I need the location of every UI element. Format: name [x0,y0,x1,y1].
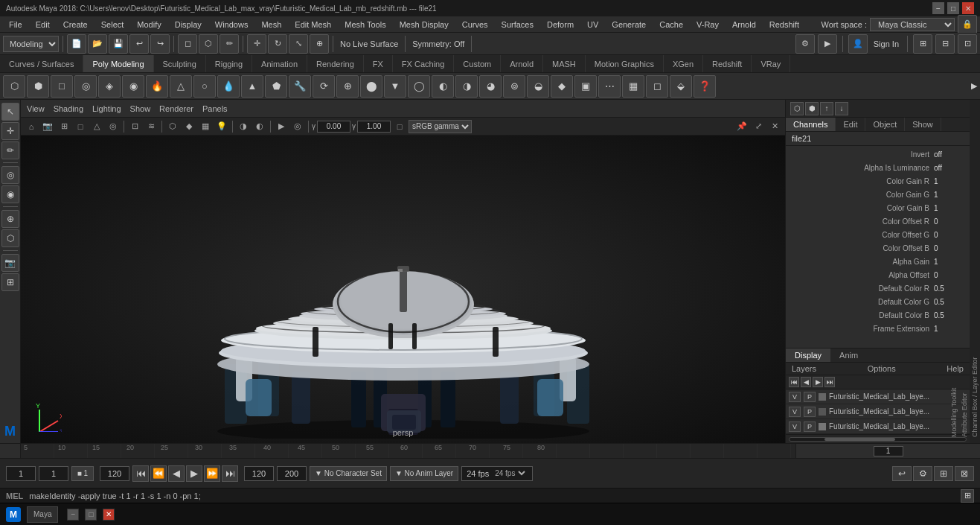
vpt-grid[interactable]: ⊞ [57,119,71,134]
frame-indicator-btn[interactable]: ■ 1 [71,466,94,481]
snap-btn[interactable]: ◎ [1,166,19,184]
tab-mash[interactable]: MASH [543,55,586,72]
menu-file[interactable]: File [3,19,28,31]
tab-fx-caching[interactable]: FX Caching [393,55,454,72]
timeline-ruler[interactable]: 5 10 15 20 25 30 35 40 45 50 55 60 65 70… [21,444,795,459]
shelf-icon-7[interactable]: 🔥 [146,75,168,98]
shelf-icon-14[interactable]: ⟳ [313,75,335,98]
range-end-input[interactable] [100,466,129,481]
close-button[interactable]: ✕ [962,2,974,14]
layout-button-2[interactable]: ⊟ [935,34,955,54]
tab-redshift[interactable]: Redshift [703,55,752,72]
no-char-set-btn[interactable]: ▼ No Character Set [310,466,387,481]
mode-dropdown[interactable]: Modeling [3,36,59,52]
menu-arnold[interactable]: Arnold [726,19,762,31]
vpt-resolution[interactable]: ⊡ [127,119,142,134]
vpt-home[interactable]: ⌂ [24,119,39,134]
layers-scrollbar[interactable] [789,437,967,442]
bb-icon-1[interactable]: ↩ [892,466,912,481]
lock-button[interactable]: 🔒 [958,15,977,34]
save-file-button[interactable]: 💾 [109,34,128,54]
move-tool[interactable]: ✛ [247,34,266,54]
current-frame-input[interactable] [874,446,903,456]
bb-icon-4[interactable]: ⊠ [955,466,974,481]
shelf-icon-5[interactable]: ◈ [98,75,121,98]
vpt-isolate[interactable]: ◎ [290,119,305,134]
layer-scroll-last[interactable]: ⏭ [824,377,835,387]
play-goto-start[interactable]: ⏮ [132,465,149,482]
shelf-icon-21[interactable]: ◕ [479,75,502,98]
vpt-wireframe[interactable]: ⬡ [165,119,180,134]
tab-poly-modeling[interactable]: Poly Modeling [83,55,153,72]
menu-generate[interactable]: Generate [606,19,652,31]
tab-sculpting[interactable]: Sculpting [154,55,206,72]
paint-select-btn[interactable]: ✏ [1,141,19,159]
wireframe-btn[interactable]: ⬡ [1,229,19,247]
menu-mesh[interactable]: Mesh [255,19,287,31]
layer-2-v-btn[interactable]: V [789,407,801,417]
menu-surfaces[interactable]: Surfaces [496,19,539,31]
shelf-icon-18[interactable]: ◯ [408,75,430,98]
select-mode-btn[interactable]: ↖ [1,103,19,121]
undo-button[interactable]: ↩ [129,34,149,54]
vpt-pin[interactable]: 📌 [734,119,749,134]
vpt-obj[interactable]: □ [73,119,88,134]
vpt-expand[interactable]: ⤢ [751,119,766,134]
vpt-poly[interactable]: △ [89,119,104,134]
redo-button[interactable]: ↪ [150,34,170,54]
shelf-icon-28[interactable]: ◻ [646,75,668,98]
color-space-dropdown[interactable]: sRGB gamma [409,120,472,133]
play-prev-key[interactable]: ⏪ [150,465,167,482]
status-icon-right[interactable]: ⊞ [961,489,974,503]
range-start-input[interactable] [6,466,36,481]
vpt-play[interactable]: ▶ [274,119,289,134]
layer-3-v-btn[interactable]: V [789,421,801,432]
menu-edit[interactable]: Edit [30,19,56,31]
shelf-scroll-right[interactable]: ▶ [971,81,977,91]
menu-deform[interactable]: Deform [541,19,580,31]
bb-icon-3[interactable]: ⊞ [934,466,953,481]
display-tab[interactable]: Display [786,349,830,362]
shelf-icon-22[interactable]: ⊚ [503,75,525,98]
tab-rigging[interactable]: Rigging [206,55,252,72]
exposure-input[interactable] [317,121,350,133]
shelf-icon-26[interactable]: ⋯ [598,75,621,98]
menu-modify[interactable]: Modify [131,19,167,31]
layout-button-1[interactable]: ⊞ [913,34,932,54]
shelf-icon-1[interactable]: ⬡ [3,75,25,98]
vpt-shaded[interactable]: ◆ [182,119,196,134]
menu-create[interactable]: Create [57,19,94,31]
layers-menu-options[interactable]: Options [868,364,896,373]
layer-3-p-btn[interactable]: P [804,421,816,432]
vpt-light[interactable]: 💡 [214,119,229,134]
menu-curves[interactable]: Curves [456,19,494,31]
user-icon[interactable]: 👤 [848,34,868,54]
side-tab-modelling-toolkit[interactable]: Modelling Toolkit [949,100,959,443]
shelf-icon-16[interactable]: ⬤ [360,75,382,98]
universal-tool[interactable]: ⊕ [310,34,329,54]
open-file-button[interactable]: 📂 [88,34,107,54]
menu-mesh-display[interactable]: Mesh Display [394,19,455,31]
tab-fx[interactable]: FX [364,55,393,72]
shelf-icon-3[interactable]: □ [51,75,73,98]
play-next-frame[interactable]: ⏩ [204,465,220,482]
layer-1-v-btn[interactable]: V [789,392,801,402]
render-button[interactable]: ▶ [818,34,837,54]
shelf-icon-25[interactable]: ▣ [574,75,597,98]
side-tab-channel-box[interactable]: Channel Box / Layer Editor [970,100,980,443]
tab-arnold[interactable]: Arnold [501,55,543,72]
menu-uv[interactable]: UV [581,19,604,31]
rp-icon-4[interactable]: ↓ [835,102,848,115]
soft-select-btn[interactable]: ◉ [1,185,19,203]
vpt-texture[interactable]: ▦ [198,119,213,134]
taskbar-restore-btn[interactable]: □ [85,509,97,521]
layout-button-3[interactable]: ⊡ [958,34,977,54]
anim-end-input[interactable] [277,466,307,481]
shelf-icon-17[interactable]: ▼ [384,75,406,98]
viewport-menu-renderer[interactable]: Renderer [159,104,193,113]
viewport-canvas[interactable]: X Y Z persp [21,136,785,443]
no-anim-layer-btn[interactable]: ▼ No Anim Layer [390,466,458,481]
anim-tab[interactable]: Anim [830,349,867,362]
shelf-icon-27[interactable]: ▦ [622,75,644,98]
viewport-menu-shading[interactable]: Shading [54,104,83,113]
